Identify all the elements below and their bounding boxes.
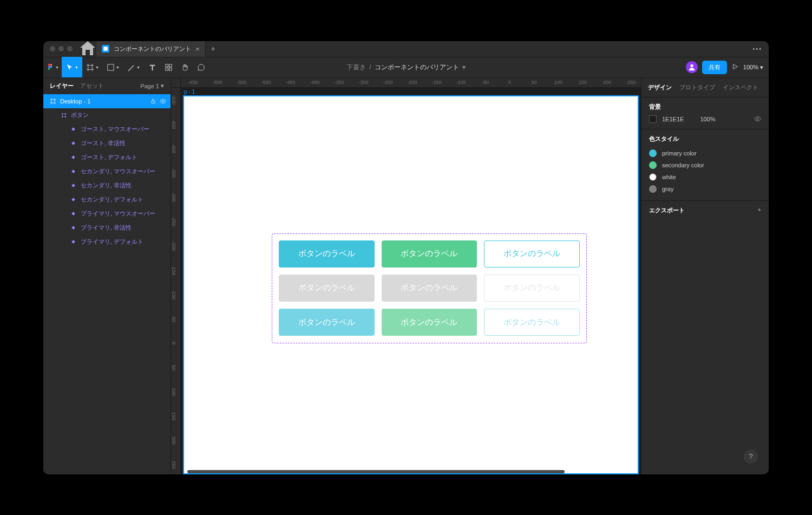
visibility-icon[interactable] [754, 115, 761, 123]
user-avatar[interactable] [686, 61, 698, 73]
svg-rect-10 [169, 68, 172, 70]
canvas[interactable]: -650-600-550-500-450-400-350-300-250-200… [171, 78, 641, 474]
chevron-down-icon: ▾ [462, 63, 466, 71]
figma-menu-button[interactable]: ▼ [43, 57, 62, 77]
component-variant-frame[interactable]: ボタンのラベル ボタンのラベル ボタンのラベル ボタンのラベル ボタンのラベル … [272, 233, 587, 343]
layer-row[interactable]: プライマリ, デフォルト [43, 235, 171, 249]
layer-row[interactable]: ゴースト, マウスオーバー [43, 122, 171, 136]
zoom-value: 100% [743, 64, 758, 70]
layer-name: セカンダリ, デフォルト [81, 195, 166, 204]
document-tab[interactable]: コンポーネントのバリアント × [96, 41, 206, 57]
button-secondary-default[interactable]: ボタンのラベル [382, 240, 477, 268]
export-section: + エクスポート [641, 201, 769, 224]
chevron-down-icon: ▼ [75, 66, 78, 69]
hand-tool[interactable] [176, 57, 193, 77]
toolbar-right: 共有 100% ▾ [686, 61, 769, 74]
ruler-corner [171, 78, 181, 88]
layer-row[interactable]: Desktop - 1 [43, 94, 171, 108]
svg-point-5 [48, 68, 50, 70]
layer-name: ゴースト, マウスオーバー [81, 125, 166, 133]
move-tool[interactable]: ▼ [62, 57, 82, 77]
artboard-desktop-1[interactable]: ボタンのラベル ボタンのラベル ボタンのラベル ボタンのラベル ボタンのラベル … [184, 96, 638, 473]
figma-window: コンポーネントのバリアント × + ••• ▼ ▼ ▼ ▼ ▼ [43, 41, 769, 474]
shape-tool[interactable]: ▼ [103, 57, 123, 77]
comment-tool[interactable] [193, 57, 209, 77]
page-label: Page 1 [140, 83, 159, 89]
zoom-control[interactable]: 100% ▾ [743, 64, 763, 71]
file-icon [102, 45, 109, 53]
bg-swatch[interactable] [649, 115, 657, 123]
button-primary-disabled[interactable]: ボタンのラベル [279, 275, 375, 302]
close-dot[interactable] [50, 46, 55, 51]
button-primary-default[interactable]: ボタンのラベル [279, 240, 375, 268]
layer-icon [60, 111, 68, 119]
tab-inspect[interactable]: インスペクト [723, 83, 758, 92]
window-controls[interactable] [43, 46, 79, 51]
tab-design[interactable]: デザイン [648, 83, 672, 92]
layer-row[interactable]: ゴースト, 非活性 [43, 136, 171, 151]
color-style-row[interactable]: primary color [649, 147, 761, 159]
page-selector[interactable]: Page 1 ▾ [140, 82, 164, 89]
share-button[interactable]: 共有 [702, 61, 727, 74]
layer-name: ボタン [71, 111, 166, 119]
scrollbar-thumb[interactable] [187, 470, 565, 473]
doc-status: 下書き [346, 63, 366, 72]
minimize-dot[interactable] [58, 46, 64, 51]
button-secondary-hover[interactable]: ボタンのラベル [382, 309, 477, 336]
layer-name: プライマリ, 非活性 [81, 224, 166, 232]
add-export-button[interactable]: + [758, 206, 761, 213]
help-button[interactable]: ? [744, 449, 758, 464]
style-name: primary color [662, 150, 697, 157]
layer-row[interactable]: ボタン [43, 108, 171, 122]
resources-tool[interactable] [160, 57, 176, 77]
color-style-row[interactable]: secondary color [649, 159, 761, 171]
layer-row[interactable]: プライマリ, マウスオーバー [43, 207, 171, 221]
tab-prototype[interactable]: プロトタイプ [679, 83, 715, 92]
layer-row[interactable]: プライマリ, 非活性 [43, 221, 171, 235]
tab-title: コンポーネントのバリアント [114, 45, 191, 53]
frame-tool[interactable]: ▼ [82, 57, 103, 77]
titlebar-menu[interactable]: ••• [752, 45, 769, 52]
svg-rect-25 [71, 226, 75, 229]
svg-rect-22 [71, 184, 75, 187]
layer-row[interactable]: セカンダリ, 非活性 [43, 179, 171, 193]
layer-icon [69, 210, 77, 218]
color-style-row[interactable]: gray [649, 183, 761, 195]
present-button[interactable] [731, 63, 739, 71]
layer-icon [69, 238, 77, 246]
separator: / [369, 63, 371, 71]
button-ghost-default[interactable]: ボタンのラベル [484, 240, 580, 268]
button-ghost-hover[interactable]: ボタンのラベル [484, 309, 580, 336]
layer-row[interactable]: セカンダリ, デフォルト [43, 193, 171, 207]
maximize-dot[interactable] [67, 46, 73, 51]
svg-rect-20 [71, 155, 75, 159]
pen-tool[interactable]: ▼ [123, 57, 144, 77]
background-color-row[interactable]: 1E1E1E 100% [649, 115, 761, 123]
button-primary-hover[interactable]: ボタンのラベル [279, 309, 375, 336]
horizontal-scrollbar[interactable] [187, 469, 631, 474]
frame-label[interactable]: p - 1 [184, 89, 195, 95]
close-tab-icon[interactable]: × [195, 45, 200, 53]
layer-row[interactable]: セカンダリ, マウスオーバー [43, 165, 171, 179]
color-swatch [649, 161, 657, 169]
text-tool[interactable] [144, 57, 160, 77]
svg-point-27 [757, 118, 758, 119]
document-title[interactable]: 下書き / コンポーネントのバリアント ▾ [346, 63, 465, 72]
color-style-row[interactable]: white [649, 171, 761, 183]
new-tab-button[interactable]: + [206, 44, 221, 53]
chevron-down-icon: ▾ [161, 82, 164, 89]
layer-name: セカンダリ, マウスオーバー [81, 167, 166, 175]
button-ghost-disabled[interactable]: ボタンのラベル [484, 275, 580, 302]
layer-name: セカンダリ, 非活性 [81, 181, 166, 190]
tab-layers[interactable]: レイヤー [50, 82, 74, 90]
layer-icon [69, 181, 77, 190]
bg-hex: 1E1E1E [662, 116, 684, 122]
toolbar: ▼ ▼ ▼ ▼ ▼ 下書き / [43, 57, 769, 78]
chevron-down-icon: ▼ [136, 66, 140, 69]
layer-row[interactable]: ゴースト, デフォルト [43, 151, 171, 165]
tab-assets[interactable]: アセット [80, 82, 104, 90]
button-secondary-disabled[interactable]: ボタンのラベル [382, 275, 477, 302]
home-button[interactable] [79, 41, 96, 57]
svg-rect-21 [71, 170, 75, 173]
color-swatch [649, 173, 657, 181]
